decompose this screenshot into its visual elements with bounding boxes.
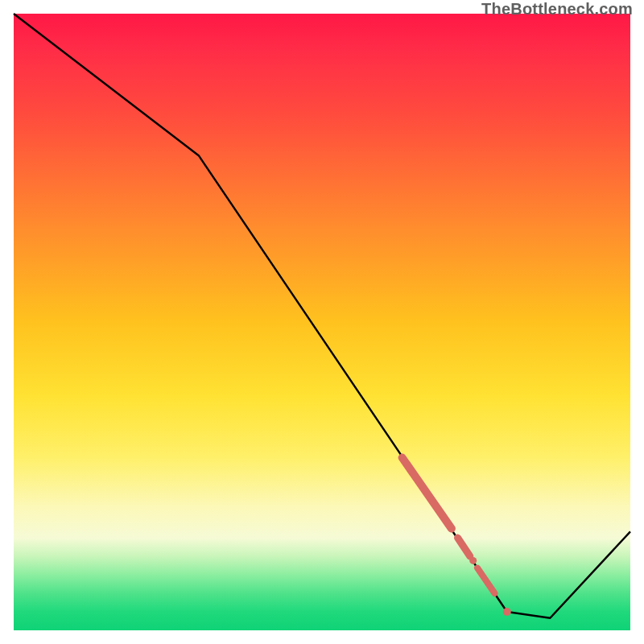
chart-stage: TheBottleneck.com <box>0 0 644 644</box>
watermark-text: TheBottleneck.com <box>481 0 633 19</box>
chart-gradient-background <box>14 14 630 630</box>
